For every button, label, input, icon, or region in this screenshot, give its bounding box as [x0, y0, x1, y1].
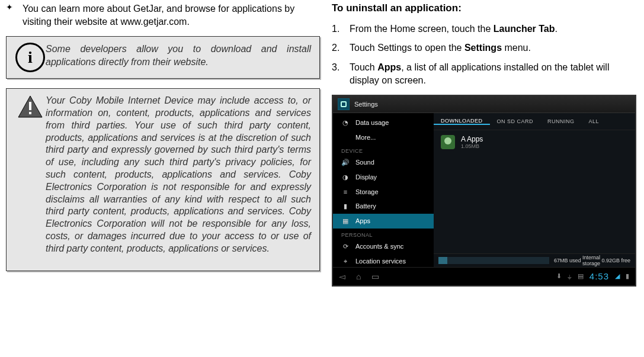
- tab-downloaded[interactable]: DOWNLOADED: [434, 118, 490, 125]
- tab-on-sd-card[interactable]: ON SD CARD: [490, 118, 541, 124]
- storage-bar: 67MB used Internal storage 0.92GB free: [434, 253, 635, 267]
- storage-icon: ≡: [341, 188, 350, 195]
- data-usage-icon: ◔: [341, 119, 350, 127]
- wifi-icon: ◢: [615, 272, 620, 280]
- android-titlebar: Settings: [333, 96, 635, 113]
- settings-screenshot: Settings ◔Data usage More... DEVICE 🔊Sou…: [332, 95, 636, 287]
- storage-used: 67MB used: [554, 258, 581, 263]
- sidebar-item-apps[interactable]: ▦Apps: [333, 214, 434, 229]
- sidebar-label: Sound: [355, 159, 374, 166]
- usb-icon: ⏚: [568, 273, 572, 280]
- tab-running[interactable]: RUNNING: [540, 118, 582, 124]
- warning-text: Your Coby Mobile Internet Device may inc…: [46, 95, 311, 255]
- tab-all[interactable]: ALL: [582, 118, 607, 124]
- download-icon: ⬇: [556, 272, 562, 280]
- sidebar-label: More...: [355, 134, 376, 141]
- step-1: 1. From the Home screen, touch the Launc…: [332, 22, 634, 36]
- sidebar-label: Data usage: [355, 119, 389, 126]
- sidebar-category-device: DEVICE: [333, 144, 434, 155]
- sync-icon: ⟳: [341, 243, 350, 250]
- battery-status-icon: ▮: [626, 272, 629, 280]
- settings-main-pane: DOWNLOADED ON SD CARD RUNNING ALL A Apps…: [434, 113, 635, 267]
- sidebar-label: Battery: [355, 202, 376, 210]
- star-icon: ✦: [6, 2, 23, 28]
- clock: 4:53: [589, 271, 609, 281]
- step-bold: Apps: [377, 62, 401, 72]
- svg-rect-2: [29, 112, 31, 114]
- sidebar-item-accounts[interactable]: ⟳Accounts & sync: [333, 239, 434, 254]
- sidebar-label: Accounts & sync: [355, 243, 403, 250]
- app-icon: [441, 135, 455, 149]
- sidebar-item-storage[interactable]: ≡Storage: [333, 185, 434, 199]
- sidebar-label: Apps: [355, 217, 370, 224]
- app-size: 1.05MB: [461, 143, 483, 149]
- app-list-item[interactable]: A Apps 1.05MB: [434, 130, 635, 154]
- display-icon: ◑: [341, 173, 350, 181]
- settings-icon: [338, 98, 350, 110]
- location-icon: ⌖: [341, 258, 350, 265]
- sidebar-item-data-usage[interactable]: ◔Data usage: [333, 115, 434, 130]
- sidebar-item-more[interactable]: More...: [333, 130, 434, 144]
- android-navbar: ◅ ⌂ ▭ ⬇ ⏚ ▤ 4:53 ◢ ▮: [333, 267, 635, 285]
- apps-tabs: DOWNLOADED ON SD CARD RUNNING ALL: [434, 113, 635, 130]
- info-icon: i: [15, 43, 46, 72]
- bullet-text: You can learn more about GetJar, and bro…: [23, 2, 320, 28]
- step-text: From the Home screen, touch the: [350, 24, 494, 34]
- warning-callout: Your Coby Mobile Internet Device may inc…: [6, 88, 320, 271]
- step-number: 3.: [332, 61, 350, 88]
- step-2: 2. Touch Settings to open the Settings m…: [332, 41, 634, 54]
- apps-icon: ▦: [341, 217, 350, 225]
- window-title: Settings: [354, 101, 378, 108]
- sd-icon: ▤: [578, 272, 584, 280]
- info-callout: i Some developers allow you to download …: [6, 36, 320, 79]
- storage-free: 0.92GB free: [601, 258, 630, 263]
- sidebar-item-sound[interactable]: 🔊Sound: [333, 155, 434, 170]
- warning-icon: [15, 95, 46, 255]
- step-number: 1.: [332, 22, 350, 36]
- step-bold: Settings: [464, 43, 502, 53]
- sidebar-label: Display: [355, 173, 377, 181]
- info-text: Some developers allow you to download an…: [46, 43, 311, 72]
- sidebar-label: Location services: [355, 258, 406, 265]
- recent-icon[interactable]: ▭: [371, 272, 379, 281]
- sidebar-item-display[interactable]: ◑Display: [333, 170, 434, 185]
- sidebar-item-location[interactable]: ⌖Location services: [333, 254, 434, 269]
- back-icon[interactable]: ◅: [339, 272, 345, 281]
- step-text: menu.: [502, 43, 531, 53]
- step-3: 3. Touch Apps, a list of all application…: [332, 61, 634, 88]
- sound-icon: 🔊: [341, 159, 350, 166]
- home-icon[interactable]: ⌂: [356, 272, 361, 281]
- step-text: Touch Settings to open the: [350, 43, 464, 53]
- svg-rect-1: [29, 102, 31, 110]
- section-heading: To uninstall an application:: [332, 2, 634, 14]
- step-bold: Launcher Tab: [494, 24, 555, 34]
- step-text: Touch: [350, 62, 377, 72]
- sidebar-item-battery[interactable]: ▮Battery: [333, 199, 434, 214]
- step-number: 2.: [332, 41, 350, 54]
- battery-icon: ▮: [341, 202, 350, 210]
- sidebar-label: Storage: [355, 188, 379, 195]
- storage-label: Internal storage: [581, 255, 602, 266]
- sidebar-category-personal: PERSONAL: [333, 229, 434, 239]
- settings-sidebar: ◔Data usage More... DEVICE 🔊Sound ◑Displ…: [333, 113, 434, 267]
- step-text: .: [555, 24, 558, 34]
- app-name: A Apps: [461, 135, 483, 143]
- bullet-item: ✦ You can learn more about GetJar, and b…: [6, 2, 320, 28]
